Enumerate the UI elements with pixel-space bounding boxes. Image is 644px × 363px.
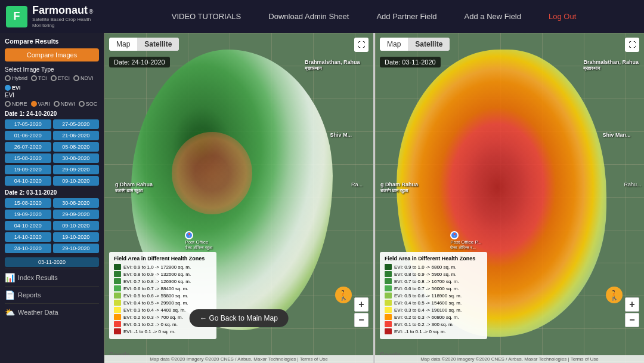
legend-item: EVI: 0.3 to 0.4 -> 190100 sq. m. — [385, 307, 482, 313]
logo-title: Farmonaut — [32, 4, 88, 17]
radio-tci[interactable]: TCI — [31, 75, 47, 81]
fullscreen-btn-right[interactable]: ⛶ — [625, 38, 639, 52]
nav-log-out[interactable]: Log Out — [544, 9, 581, 24]
date1-btn-6[interactable]: 15-08-2020 — [5, 153, 51, 163]
date2-btn-6[interactable]: 14-10-2020 — [5, 232, 51, 242]
legend-color-swatch — [114, 285, 121, 291]
person-icon-left[interactable]: 🚶 — [335, 287, 352, 303]
legend-item-text: EVI: 0.9 to 1.0 -> 172800 sq. m. — [123, 264, 191, 270]
sidebar-reports[interactable]: 📄 Reports — [5, 286, 99, 303]
date1-btn-5[interactable]: 05-08-2020 — [53, 142, 100, 152]
date2-btn-9[interactable]: 29-10-2020 — [53, 244, 100, 253]
legend-item-text: EVI: -1 to 0.1 -> 0 sq. m. — [123, 329, 175, 334]
radio-soc[interactable]: SOC — [79, 101, 98, 107]
zoom-out-left[interactable]: − — [354, 313, 369, 327]
legend-item: EVI: -1 to 0.1 -> 0 sq. m. — [385, 328, 482, 334]
legend-color-swatch — [385, 307, 392, 313]
date1-btn-4[interactable]: 26-07-2020 — [5, 142, 51, 152]
date2-section-title: Date 2: 03-11-2020 — [5, 189, 99, 196]
logo-text: Farmonaut ® Satellite Based Crop Health … — [32, 4, 110, 28]
radio-etci[interactable]: ETCI — [51, 75, 70, 81]
legend-color-swatch — [385, 300, 392, 306]
radio-hybrid[interactable]: Hybrid — [5, 75, 27, 81]
legend-item-text: EVI: 0.6 to 0.7 -> 88400 sq. m. — [123, 286, 188, 291]
zoom-in-left[interactable]: + — [354, 297, 369, 312]
legend-title-right: Field Area in Different Health Zones — [385, 256, 482, 262]
map-tab-right-map[interactable]: Map — [380, 38, 408, 51]
zoom-in-right[interactable]: + — [625, 297, 639, 312]
go-back-button[interactable]: ← Go Back to Main Map — [189, 309, 289, 327]
legend-item: EVI: 0.5 to 0.6 -> 55800 sq. m. — [114, 293, 212, 299]
zoom-out-right[interactable]: − — [625, 313, 639, 327]
radio-ndvi[interactable]: NDVI — [73, 75, 94, 81]
legend-color-swatch — [114, 328, 121, 334]
sidebar-weather-data[interactable]: ⛅ Weather Data — [5, 303, 99, 321]
map-tab-right-satellite[interactable]: Satellite — [408, 38, 450, 51]
date2-btn-0[interactable]: 15-08-2020 — [5, 198, 51, 208]
date1-btn-3[interactable]: 21-06-2020 — [53, 131, 100, 140]
logo-subtitle: Satellite Based Crop Health Monitoring — [32, 17, 110, 28]
date1-btn-0[interactable]: 17-05-2020 — [5, 119, 51, 129]
date1-btn-11[interactable]: 09-10-2020 — [53, 176, 100, 186]
legend-color-swatch — [385, 278, 392, 284]
legend-color-swatch — [114, 293, 121, 299]
place-shiv-left: Shiv M... — [330, 132, 352, 138]
legend-item: EVI: 0.9 to 1.0 -> 6800 sq. m. — [385, 264, 482, 270]
place-shiv-right: Shiv Man... — [602, 132, 630, 138]
map-tab-left-map[interactable]: Map — [109, 38, 137, 51]
legend-color-swatch — [114, 271, 121, 277]
place-rahua-right: Rahu... — [624, 182, 641, 187]
reports-label: Reports — [18, 291, 41, 299]
nav-add-partner-field[interactable]: Add Partner Field — [371, 9, 441, 24]
date1-btn-8[interactable]: 19-09-2020 — [5, 165, 51, 174]
legend-item: EVI: 0.4 to 0.5 -> 154600 sq. m. — [385, 300, 482, 306]
date1-btn-7[interactable]: 30-08-2020 — [53, 153, 100, 163]
date2-btn-5[interactable]: 09-10-2020 — [53, 221, 100, 230]
legend-item-text: EVI: 0.4 to 0.5 -> 29900 sq. m. — [123, 300, 188, 306]
nav-video-tutorials[interactable]: VIDEO TUTORIALS — [167, 9, 246, 24]
date1-btn-2[interactable]: 01-06-2020 — [5, 131, 51, 140]
date2-btn-7[interactable]: 19-10-2020 — [53, 232, 100, 242]
nav-add-new-field[interactable]: Add a New Field — [460, 9, 526, 24]
place-ra-left: Ra... — [351, 182, 363, 187]
date1-section-title: Date 1: 24-10-2020 — [5, 110, 99, 117]
compare-images-button[interactable]: Compare Images — [5, 48, 99, 61]
radio-vari[interactable]: VARI — [31, 101, 50, 107]
map-date-right: Date: 03-11-2020 — [380, 57, 441, 67]
map-date-left: Date: 24-10-2020 — [109, 57, 170, 67]
legend-item: EVI: -1 to 0.1 -> 0 sq. m. — [114, 328, 212, 334]
date2-btn-8[interactable]: 24-10-2020 — [5, 244, 51, 253]
legend-color-swatch — [114, 300, 121, 306]
place-brahmalsthan-left: Brahmalsthan, Rahuaब्रह्मस्थान — [305, 59, 360, 72]
legend-color-swatch — [385, 321, 392, 327]
nav-download-admin-sheet[interactable]: Download Admin Sheet — [264, 9, 354, 24]
date2-btn-2[interactable]: 19-09-2020 — [5, 210, 51, 219]
legend-color-swatch — [385, 293, 392, 299]
map-attribution-left: Map data ©2020 Imagery ©2020 CNES / Airb… — [104, 355, 373, 363]
date2-btn-4[interactable]: 04-10-2020 — [5, 221, 51, 230]
sidebar-index-results[interactable]: 📊 Index Results — [5, 269, 99, 286]
map-tab-left-satellite[interactable]: Satellite — [137, 38, 179, 51]
logo-icon: F — [6, 6, 27, 27]
date1-btn-9[interactable]: 29-09-2020 — [53, 165, 100, 174]
fullscreen-btn-left[interactable]: ⛶ — [354, 38, 369, 52]
date2-btn-selected[interactable]: 03-11-2020 — [5, 257, 99, 267]
radio-ndwi[interactable]: NDWI — [54, 101, 75, 107]
date2-btn-3[interactable]: 29-09-2020 — [53, 210, 100, 219]
legend-item-text: EVI: 0.7 to 0.8 -> 16700 sq. m. — [394, 279, 459, 284]
radio-ndre[interactable]: NDRE — [5, 101, 27, 107]
evi-label: EVI — [5, 92, 99, 99]
person-icon-right[interactable]: 🚶 — [606, 287, 623, 303]
compare-results-label: Compare Results — [5, 38, 99, 45]
legend-item-text: EVI: -1 to 0.1 -> 0 sq. m. — [394, 329, 446, 334]
legend-item-text: EVI: 0.5 to 0.6 -> 118900 sq. m. — [394, 293, 462, 299]
maps-container: Brahmalsthan, Rahuaब्रह्मस्थान Shiv M...… — [104, 33, 644, 363]
zoom-controls-right: + − — [625, 297, 639, 327]
radio-evi[interactable]: EVI — [5, 85, 21, 91]
date1-btn-1[interactable]: 27-05-2020 — [53, 119, 100, 129]
legend-color-swatch — [114, 314, 121, 320]
legend-item: EVI: 0.1 to 0.2 -> 300 sq. m. — [385, 321, 482, 327]
post-office-marker-left: 📍 Post Officeपोस्ट ऑफिस रहुआ — [185, 231, 212, 250]
date2-btn-1[interactable]: 30-08-2020 — [53, 198, 100, 208]
date1-btn-10[interactable]: 04-10-2020 — [5, 176, 51, 186]
